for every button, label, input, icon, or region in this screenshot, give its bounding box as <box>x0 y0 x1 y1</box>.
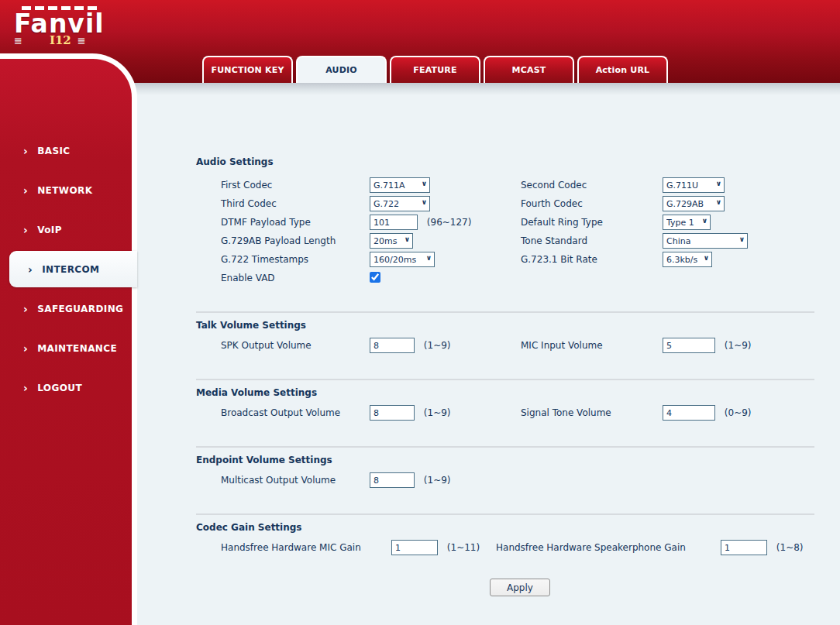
apply-button-row: Apply <box>196 579 814 596</box>
signal-tone-volume-label: Signal Tone Volume <box>521 407 663 418</box>
section-divider <box>196 446 814 448</box>
section-divider <box>196 513 814 515</box>
third-codec-select[interactable]: G.722 <box>370 196 430 211</box>
chevron-right-icon: › <box>23 225 28 235</box>
tab-label: AUDIO <box>325 65 357 75</box>
chevron-right-icon: › <box>23 185 28 196</box>
chevron-right-icon: › <box>28 264 33 275</box>
handsfree-mic-gain-input[interactable] <box>391 540 438 555</box>
tone-standard-label: Tone Standard <box>521 235 663 246</box>
multicast-output-volume-input[interactable] <box>370 472 415 488</box>
form-row: Third Codec G.722∨ Fourth Codec G.729AB∨ <box>221 194 814 213</box>
sidebar-item-label: LOGOUT <box>37 383 82 393</box>
broadcast-output-volume-input[interactable] <box>370 405 415 421</box>
form-row: First Codec G.711A∨ Second Codec G.711U∨ <box>221 176 814 194</box>
fourth-codec-label: Fourth Codec <box>521 198 663 209</box>
handsfree-speakerphone-gain-label: Handsfree Hardware Speakerphone Gain <box>496 542 721 553</box>
audio-settings-heading: Audio Settings <box>196 156 814 168</box>
form-row: Multicast Output Volume (1~9) <box>221 471 814 489</box>
default-ring-type-label: Default Ring Type <box>521 217 663 228</box>
signal-tone-range-hint: (0~9) <box>725 407 752 418</box>
chevron-right-icon: › <box>23 383 28 393</box>
apply-button[interactable]: Apply <box>490 579 550 596</box>
form-row: Broadcast Output Volume (1~9) Signal Ton… <box>221 404 814 422</box>
tab-action-url[interactable]: Action URL <box>577 56 668 83</box>
tab-bar: FUNCTION KEY AUDIO FEATURE MCAST Action … <box>202 56 668 83</box>
fanvil-logo: Fanvil ≡ I12 ≡ <box>14 5 115 47</box>
tab-label: MCAST <box>512 65 546 75</box>
form-row: Enable VAD <box>221 269 814 287</box>
g722-timestamps-select[interactable]: 160/20ms <box>370 252 435 267</box>
sidebar-item-label: SAFEGUARDING <box>37 304 123 314</box>
handsfree-speakerphone-gain-input[interactable] <box>721 540 767 555</box>
enable-vad-checkbox[interactable] <box>370 272 380 283</box>
multicast-output-volume-label: Multicast Output Volume <box>221 475 370 486</box>
endpoint-volume-heading: Endpoint Volume Settings <box>196 454 814 466</box>
form-row: DTMF Payload Type (96~127) Default Ring … <box>221 213 814 232</box>
talk-volume-heading: Talk Volume Settings <box>196 319 814 331</box>
mic-input-volume-label: MIC Input Volume <box>521 340 663 351</box>
dtmf-payload-type-label: DTMF Payload Type <box>221 217 370 228</box>
tab-audio[interactable]: AUDIO <box>296 56 387 83</box>
spk-output-volume-label: SPK Output Volume <box>221 340 370 351</box>
audio-settings-page: Audio Settings First Codec G.711A∨ Secon… <box>196 95 814 596</box>
g722-timestamps-label: G.722 Timestamps <box>221 254 370 265</box>
tab-mcast[interactable]: MCAST <box>484 56 574 83</box>
signal-tone-volume-input[interactable] <box>663 405 715 421</box>
spk-output-volume-input[interactable] <box>370 338 415 353</box>
page: Fanvil ≡ I12 ≡ FUNCTION KEY AUDIO FEATUR… <box>0 0 840 625</box>
mic-input-volume-input[interactable] <box>663 338 715 353</box>
dtmf-payload-type-input[interactable] <box>370 215 418 230</box>
form-row: Handsfree Hardware MIC Gain (1~11) Hands… <box>221 538 814 557</box>
first-codec-label: First Codec <box>221 180 370 191</box>
menu-bars-icon: ≡ <box>77 35 85 46</box>
sidebar-item-basic[interactable]: › BASIC <box>0 131 137 170</box>
sidebar-item-label: NETWORK <box>37 185 92 196</box>
codec-gain-heading: Codec Gain Settings <box>196 521 814 534</box>
default-ring-type-select[interactable]: Type 1 <box>663 215 711 230</box>
tone-standard-select[interactable]: China <box>663 233 748 249</box>
g729ab-payload-length-label: G.729AB Payload Length <box>221 235 370 246</box>
form-row: SPK Output Volume (1~9) MIC Input Volume… <box>221 336 814 355</box>
menu-bars-icon: ≡ <box>14 35 22 46</box>
chevron-right-icon: › <box>23 343 28 354</box>
g729ab-payload-length-select[interactable]: 20ms <box>370 233 413 249</box>
g7231-bit-rate-label: G.723.1 Bit Rate <box>521 254 663 265</box>
sidebar-item-safeguarding[interactable]: › SAFEGUARDING <box>0 289 137 328</box>
sidebar-item-label: MAINTENANCE <box>37 343 117 354</box>
chevron-right-icon: › <box>23 304 28 314</box>
sidebar-item-intercom[interactable]: › INTERCOM <box>9 251 137 287</box>
sidebar-item-voip[interactable]: › VoIP <box>0 210 137 249</box>
model-label: I12 <box>50 33 71 47</box>
sidebar-item-label: INTERCOM <box>42 264 99 275</box>
handsfree-speakerphone-gain-range-hint: (1~8) <box>776 542 804 553</box>
sidebar-item-logout[interactable]: › LOGOUT <box>0 368 137 407</box>
broadcast-output-range-hint: (1~9) <box>424 407 451 418</box>
form-row: G.722 Timestamps 160/20ms∨ G.723.1 Bit R… <box>221 250 814 269</box>
multicast-output-range-hint: (1~9) <box>424 475 451 486</box>
sidebar-item-network[interactable]: › NETWORK <box>0 170 137 210</box>
form-row: G.729AB Payload Length 20ms∨ Tone Standa… <box>221 232 814 250</box>
first-codec-select[interactable]: G.711A <box>370 177 430 193</box>
tab-label: FEATURE <box>413 65 457 75</box>
sidebar-item-maintenance[interactable]: › MAINTENANCE <box>0 328 137 368</box>
section-divider <box>196 311 814 313</box>
sidebar-item-label: BASIC <box>37 146 70 156</box>
dtmf-range-hint: (96~127) <box>427 217 472 228</box>
broadcast-output-volume-label: Broadcast Output Volume <box>221 407 370 418</box>
tab-label: FUNCTION KEY <box>211 65 284 75</box>
g7231-bit-rate-select[interactable]: 6.3kb/s <box>663 252 712 267</box>
chevron-right-icon: › <box>23 146 28 156</box>
handsfree-mic-gain-range-hint: (1~11) <box>447 542 480 553</box>
sidebar: › BASIC › NETWORK › VoIP › INTERCOM › SA… <box>0 53 137 625</box>
spk-output-range-hint: (1~9) <box>424 340 451 351</box>
fourth-codec-select[interactable]: G.729AB <box>663 196 725 211</box>
tab-feature[interactable]: FEATURE <box>390 56 480 83</box>
mic-input-range-hint: (1~9) <box>725 340 752 351</box>
tab-function-key[interactable]: FUNCTION KEY <box>202 56 293 83</box>
section-divider <box>196 379 814 380</box>
second-codec-select[interactable]: G.711U <box>663 177 725 193</box>
sidebar-menu: › BASIC › NETWORK › VoIP › INTERCOM › SA… <box>0 131 137 407</box>
sidebar-item-label: VoIP <box>37 225 62 235</box>
handsfree-mic-gain-label: Handsfree Hardware MIC Gain <box>221 542 391 553</box>
